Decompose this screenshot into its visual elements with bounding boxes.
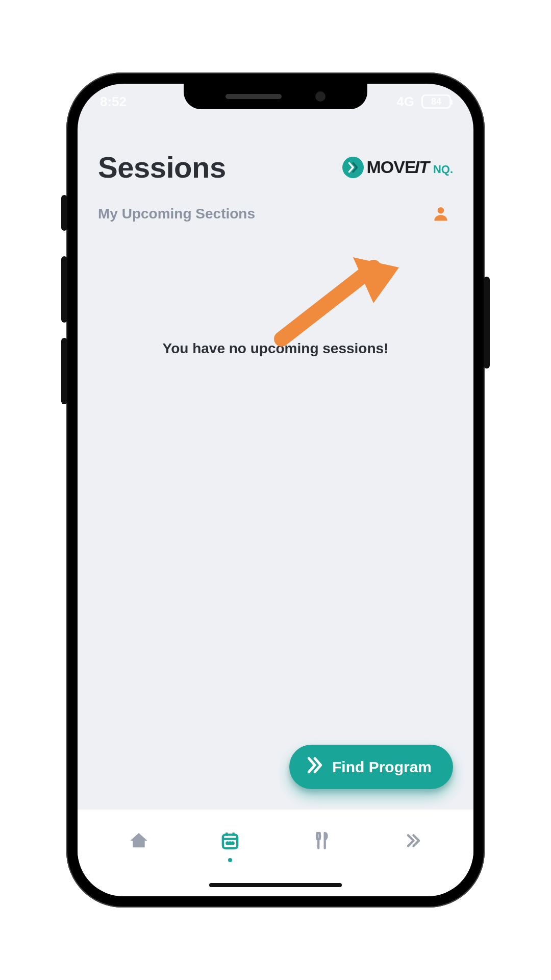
subtitle: My Upcoming Sections bbox=[98, 206, 255, 222]
svg-point-7 bbox=[227, 842, 228, 844]
volume-up-button bbox=[61, 256, 67, 323]
nav-sessions[interactable] bbox=[216, 826, 244, 855]
brand-logo: MOVEIT NQ. bbox=[342, 157, 453, 178]
front-camera bbox=[315, 91, 325, 102]
volume-down-button bbox=[61, 338, 67, 404]
brand-nq: NQ. bbox=[433, 163, 453, 178]
chevrons-right-icon bbox=[404, 831, 422, 850]
home-indicator[interactable] bbox=[209, 883, 342, 887]
find-program-button[interactable]: Find Program bbox=[289, 745, 453, 789]
content-area: Sessions MOVEIT NQ. My Upcoming Secti bbox=[78, 119, 473, 896]
food-icon bbox=[311, 830, 332, 851]
status-time: 8:52 bbox=[100, 94, 127, 110]
battery-indicator: 84 bbox=[421, 94, 451, 109]
nav-nutrition[interactable] bbox=[307, 826, 336, 855]
home-icon bbox=[129, 830, 149, 851]
subheader: My Upcoming Sections bbox=[78, 189, 473, 223]
power-button bbox=[484, 277, 490, 369]
phone-frame: 8:52 4G 84 Sessions MOVEIT bbox=[66, 72, 485, 908]
svg-point-0 bbox=[438, 207, 444, 214]
svg-point-8 bbox=[229, 842, 231, 844]
brand-wordmark: MOVEIT bbox=[367, 157, 429, 177]
double-chevron-icon bbox=[342, 157, 364, 178]
nav-home[interactable] bbox=[124, 826, 153, 855]
double-chevron-icon bbox=[305, 755, 325, 779]
nav-more[interactable] bbox=[398, 826, 427, 855]
svg-point-9 bbox=[232, 842, 233, 844]
mute-switch bbox=[61, 195, 67, 231]
empty-state: You have no upcoming sessions! bbox=[78, 223, 473, 896]
header: Sessions MOVEIT NQ. bbox=[78, 119, 473, 189]
fab-label: Find Program bbox=[332, 758, 432, 776]
speaker-grille bbox=[226, 94, 282, 99]
notch bbox=[184, 84, 367, 109]
empty-state-text: You have no upcoming sessions! bbox=[163, 340, 389, 357]
status-right: 4G 84 bbox=[396, 94, 451, 110]
screen: 8:52 4G 84 Sessions MOVEIT bbox=[78, 84, 473, 896]
calendar-icon bbox=[220, 830, 240, 851]
page-title: Sessions bbox=[98, 150, 226, 184]
status-network: 4G bbox=[396, 94, 414, 110]
profile-icon[interactable] bbox=[432, 205, 450, 223]
